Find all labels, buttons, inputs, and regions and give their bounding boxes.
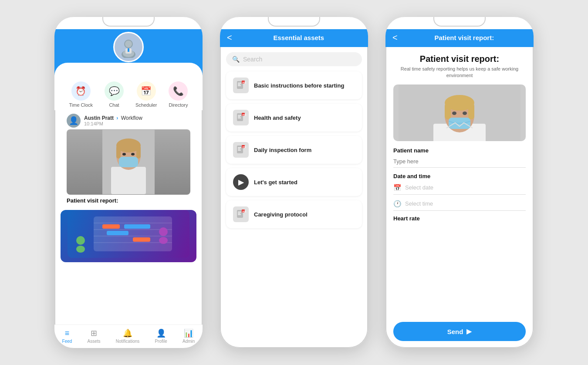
phone3-header: < Patient visit report: bbox=[385, 29, 534, 47]
svg-text:PDF: PDF bbox=[243, 210, 247, 213]
svg-rect-38 bbox=[238, 118, 241, 118]
search-bar[interactable]: 🔍 Search bbox=[226, 52, 362, 66]
time-clock-icon: ⏰ bbox=[71, 81, 91, 101]
notch-bar-3 bbox=[385, 17, 534, 29]
report-title: Patient visit report: bbox=[393, 54, 526, 64]
nav-admin-label: Admin bbox=[182, 339, 195, 344]
svg-rect-22 bbox=[124, 224, 150, 229]
nav-profile-label: Profile bbox=[155, 339, 167, 344]
phone-1: ⏰ Time Clock 💬 Chat 📅 Scheduler 📞 Direct… bbox=[54, 17, 203, 348]
svg-point-25 bbox=[76, 236, 85, 245]
date-row[interactable]: 📅 Select date bbox=[393, 181, 526, 195]
person-image bbox=[67, 129, 190, 195]
nav-notifications[interactable]: 🔔 Notifications bbox=[116, 328, 139, 344]
svg-text:PDF: PDF bbox=[243, 81, 247, 84]
date-placeholder: Select date bbox=[405, 184, 433, 191]
notch-1 bbox=[102, 17, 155, 27]
admin-nav-icon: 📊 bbox=[184, 328, 193, 338]
feed-username: Austin Pratt bbox=[84, 115, 114, 121]
back-button-3[interactable]: < bbox=[392, 33, 398, 43]
calendar-icon: 📅 bbox=[393, 184, 402, 192]
svg-rect-12 bbox=[119, 157, 138, 167]
feed-user-info: Austin Pratt › Workflow 10:14PM bbox=[84, 115, 142, 126]
list-item[interactable]: PDF Basic instructions before starting bbox=[226, 71, 362, 99]
svg-point-2 bbox=[125, 41, 132, 47]
send-arrow-icon: ▶ bbox=[466, 328, 472, 335]
svg-rect-36 bbox=[238, 115, 241, 116]
bottom-nav: ≡ Feed ⊞ Assets 🔔 Notifications 👤 Profil… bbox=[54, 324, 203, 348]
back-button-2[interactable]: < bbox=[227, 33, 232, 43]
list-item[interactable]: PDF Health and safety bbox=[226, 104, 362, 132]
time-row[interactable]: 🕐 Select time bbox=[393, 197, 526, 211]
report-subtitle: Real time safety reporting helps us keep… bbox=[393, 66, 526, 79]
pdf-icon: PDF bbox=[233, 78, 249, 93]
patient-report-form: Patient visit report: Real time safety r… bbox=[385, 47, 534, 318]
nav-feed[interactable]: ≡ Feed bbox=[62, 329, 72, 344]
feed-user-row: 👤 Austin Pratt › Workflow 10:14PM bbox=[67, 110, 190, 129]
scheduler-label: Scheduler bbox=[135, 102, 157, 108]
phone2-title: Essential assets bbox=[237, 34, 361, 41]
svg-rect-57 bbox=[445, 103, 451, 119]
svg-rect-50 bbox=[238, 214, 241, 215]
nav-notifications-label: Notifications bbox=[116, 339, 139, 344]
report-patient-image bbox=[393, 84, 526, 141]
avatar bbox=[113, 32, 144, 62]
nav-admin[interactable]: 📊 Admin bbox=[182, 328, 195, 344]
notch-bar-1 bbox=[54, 17, 203, 29]
nav-feed-label: Feed bbox=[62, 339, 72, 344]
send-button[interactable]: Send ▶ bbox=[393, 322, 526, 341]
svg-rect-48 bbox=[238, 212, 241, 213]
svg-rect-7 bbox=[111, 167, 146, 194]
svg-text:PDF: PDF bbox=[243, 146, 247, 149]
list-item[interactable]: PDF Caregiving protocol bbox=[226, 200, 362, 228]
date-time-section: Date and time 📅 Select date 🕐 Select tim… bbox=[393, 173, 526, 211]
feed-post-image bbox=[67, 129, 190, 195]
svg-point-27 bbox=[159, 227, 168, 236]
list-item[interactable]: ▶ Let's get started bbox=[226, 168, 362, 196]
notch-3 bbox=[433, 17, 486, 27]
svg-rect-43 bbox=[238, 149, 240, 149]
chat-icon-item[interactable]: 💬 Chat bbox=[105, 81, 124, 108]
svg-point-26 bbox=[76, 246, 85, 253]
svg-point-60 bbox=[452, 112, 456, 115]
asset-label: Caregiving protocol bbox=[254, 211, 308, 218]
svg-text:PDF: PDF bbox=[243, 114, 247, 116]
directory-icon: 📞 bbox=[169, 81, 188, 101]
send-button-container: Send ▶ bbox=[385, 318, 534, 348]
nav-assets[interactable]: ⊞ Assets bbox=[88, 328, 101, 344]
scheduler-icon: 📅 bbox=[137, 81, 156, 101]
svg-point-28 bbox=[159, 237, 168, 244]
svg-rect-49 bbox=[238, 213, 240, 214]
chat-label: Chat bbox=[109, 102, 119, 108]
time-clock-label: Time Clock bbox=[69, 102, 93, 108]
svg-rect-44 bbox=[238, 150, 241, 151]
svg-rect-58 bbox=[468, 103, 474, 119]
heart-rate-label: Heart rate bbox=[393, 215, 526, 222]
feed-nav-icon: ≡ bbox=[65, 329, 70, 338]
time-placeholder: Select time bbox=[405, 200, 433, 207]
clock-icon: 🕐 bbox=[393, 200, 402, 208]
svg-rect-21 bbox=[102, 224, 120, 229]
svg-point-14 bbox=[131, 153, 135, 155]
feed-avatar: 👤 bbox=[67, 114, 81, 128]
directory-icon-item[interactable]: 📞 Directory bbox=[169, 81, 188, 108]
notch-2 bbox=[268, 17, 320, 27]
scheduler-icon-item[interactable]: 📅 Scheduler bbox=[135, 81, 157, 108]
feed-card-schedule bbox=[61, 210, 196, 262]
play-icon: ▶ bbox=[233, 174, 249, 190]
asset-list: PDF Basic instructions before starting P… bbox=[220, 71, 368, 288]
feed-time: 10:14PM bbox=[84, 121, 142, 126]
date-time-label: Date and time bbox=[393, 173, 526, 179]
svg-rect-30 bbox=[238, 83, 241, 84]
time-clock-icon-item[interactable]: ⏰ Time Clock bbox=[69, 81, 93, 108]
svg-rect-42 bbox=[238, 147, 241, 148]
heart-rate-section: Heart rate bbox=[393, 215, 526, 222]
nav-assets-label: Assets bbox=[88, 339, 101, 344]
chat-icon: 💬 bbox=[105, 81, 124, 101]
list-item[interactable]: PDF Daily inspection form bbox=[226, 136, 362, 164]
send-label: Send bbox=[447, 328, 463, 335]
search-icon: 🔍 bbox=[232, 56, 240, 63]
asset-label: Basic instructions before starting bbox=[254, 82, 344, 89]
patient-name-input[interactable] bbox=[393, 155, 526, 168]
nav-profile[interactable]: 👤 Profile bbox=[155, 328, 167, 344]
